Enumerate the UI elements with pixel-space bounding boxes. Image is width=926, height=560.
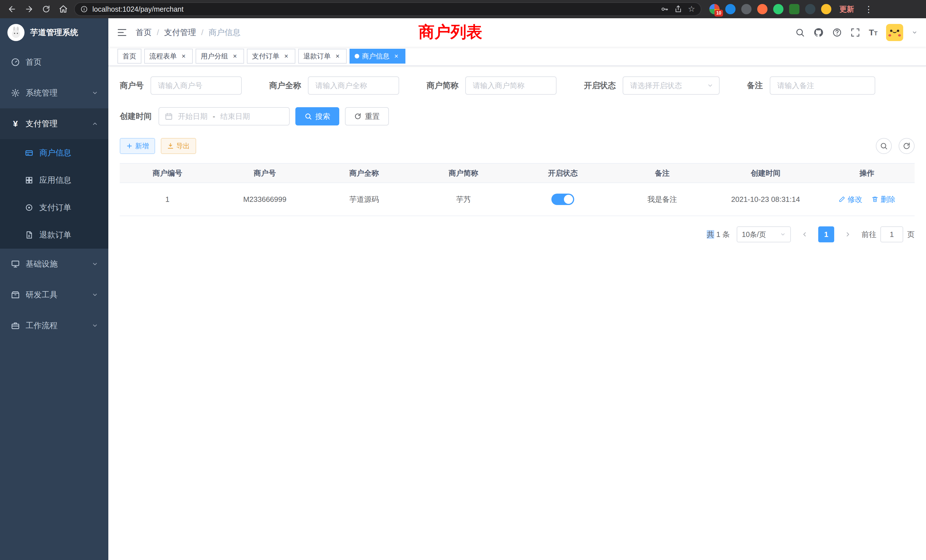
user-menu-caret-icon[interactable] — [912, 30, 917, 35]
tab-user-group[interactable]: 用户分组 × — [195, 49, 244, 64]
page-content: 商户号 商户全称 商户简称 开启状态 请选择开启状态 — [108, 66, 926, 560]
tab-merchant-info[interactable]: 商户信息 × — [350, 49, 406, 64]
add-button[interactable]: 新增 — [120, 138, 155, 154]
sidebar: 芋道管理系统 首页 系统管理 — [0, 18, 108, 560]
extension-paw-icon[interactable] — [805, 4, 816, 14]
status-select[interactable]: 请选择开启状态 — [623, 76, 720, 95]
sidebar-item-label: 退款订单 — [39, 230, 71, 241]
tab-close-icon[interactable]: × — [334, 52, 342, 60]
sidebar-item-refund-order[interactable]: 退款订单 — [0, 221, 108, 249]
fullscreen-icon[interactable] — [850, 28, 860, 37]
create-time-label: 创建时间 — [120, 111, 152, 122]
sidebar-item-infrastructure[interactable]: 基础设施 — [0, 249, 108, 279]
breadcrumb: 首页 / 支付管理 / 商户信息 — [136, 27, 241, 38]
tab-home[interactable]: 首页 — [118, 49, 141, 64]
navbar-actions: TT — [795, 24, 926, 41]
tab-label: 商户信息 — [362, 51, 389, 61]
extension-orange-icon[interactable] — [757, 4, 767, 14]
search-icon[interactable] — [795, 28, 805, 37]
font-size-icon[interactable]: TT — [869, 28, 878, 37]
tab-label: 支付订单 — [252, 51, 279, 61]
sidebar-toggle-icon[interactable] — [108, 27, 136, 38]
sidebar-item-system[interactable]: 系统管理 — [0, 77, 108, 108]
export-button-label: 导出 — [176, 141, 190, 151]
full-name-label: 商户全称 — [269, 80, 301, 91]
delete-link[interactable]: 删除 — [872, 194, 896, 204]
status-toggle[interactable] — [551, 194, 574, 205]
tab-label: 用户分组 — [201, 51, 228, 61]
edit-link[interactable]: 修改 — [838, 194, 862, 204]
merchant-no-input[interactable] — [151, 76, 242, 95]
sidebar-item-home[interactable]: 首页 — [0, 47, 108, 77]
card-icon — [24, 148, 34, 157]
full-name-input[interactable] — [308, 76, 399, 95]
chevron-down-icon — [92, 90, 98, 96]
sidebar-item-payment[interactable]: ¥ 支付管理 — [0, 108, 108, 139]
start-date-placeholder: 开始日期 — [178, 112, 207, 121]
extension-blue-icon[interactable] — [725, 4, 735, 14]
tab-close-icon[interactable]: × — [282, 52, 290, 60]
tab-pay-order[interactable]: 支付订单 × — [247, 49, 295, 64]
url-bar[interactable]: localhost:1024/pay/merchant ☆ — [74, 2, 701, 16]
prev-page-button[interactable] — [798, 226, 811, 242]
remark-input[interactable] — [770, 76, 875, 95]
user-avatar[interactable] — [886, 24, 903, 41]
export-button[interactable]: 导出 — [161, 138, 196, 154]
extension-grid-icon[interactable]: 10 — [709, 4, 720, 14]
edit-link-label: 修改 — [847, 194, 862, 204]
profile-avatar-icon[interactable] — [821, 4, 831, 14]
pagination-total: 共 1 条 — [707, 230, 730, 239]
breadcrumb-payment[interactable]: 支付管理 — [164, 27, 196, 38]
sidebar-item-dev-tools[interactable]: 研发工具 — [0, 279, 108, 310]
search-button[interactable]: 搜索 — [295, 107, 339, 126]
sidebar-logo[interactable]: 芋道管理系统 — [0, 18, 108, 47]
bookmark-star-icon[interactable]: ☆ — [688, 5, 695, 13]
filter-form-row-2: 创建时间 开始日期 - 结束日期 搜索 — [120, 107, 915, 138]
github-icon[interactable] — [813, 27, 824, 38]
share-icon[interactable] — [674, 5, 682, 13]
toggle-search-icon-button[interactable] — [876, 138, 892, 154]
tab-label: 首页 — [123, 51, 136, 61]
extension-green-icon[interactable] — [773, 4, 784, 14]
sidebar-item-merchant-info[interactable]: 商户信息 — [0, 139, 108, 166]
url-text: localhost:1024/pay/merchant — [92, 5, 184, 14]
chevron-down-icon — [92, 322, 98, 329]
grid-icon — [24, 176, 34, 185]
extension-doc-icon[interactable] — [789, 4, 799, 14]
breadcrumb-home[interactable]: 首页 — [136, 27, 152, 38]
sidebar-item-app-info[interactable]: 应用信息 — [0, 166, 108, 194]
forward-icon[interactable] — [23, 3, 35, 15]
reload-icon[interactable] — [40, 3, 53, 15]
current-page-button[interactable]: 1 — [818, 226, 834, 242]
end-date-placeholder: 结束日期 — [220, 112, 250, 121]
tab-close-icon[interactable]: × — [231, 52, 239, 60]
create-time-range-picker[interactable]: 开始日期 - 结束日期 — [159, 107, 290, 126]
calendar-icon — [165, 112, 173, 120]
short-name-input[interactable] — [465, 76, 557, 95]
help-icon[interactable] — [832, 28, 842, 37]
reset-button[interactable]: 重置 — [345, 107, 389, 126]
extension-gray-icon[interactable] — [741, 4, 752, 14]
browser-toolbar: localhost:1024/pay/merchant ☆ 10 更新 ⋮ — [0, 0, 926, 18]
tab-close-icon[interactable]: × — [392, 52, 400, 60]
next-page-button[interactable] — [841, 226, 855, 242]
sidebar-item-pay-order[interactable]: 支付订单 — [0, 194, 108, 221]
tab-refund-order[interactable]: 退款订单 × — [298, 49, 346, 64]
col-merchant-no: 商户号 — [215, 163, 315, 183]
site-info-icon[interactable] — [80, 5, 88, 13]
breadcrumb-separator: / — [157, 28, 159, 37]
page-size-select[interactable]: 10条/页 — [737, 226, 791, 242]
chrome-update-button[interactable]: 更新 — [836, 4, 858, 14]
tab-process-form[interactable]: 流程表单 × — [144, 49, 193, 64]
refresh-icon-button[interactable] — [899, 138, 915, 154]
home-icon[interactable] — [57, 3, 70, 15]
status-select-placeholder: 请选择开启状态 — [630, 81, 682, 91]
cell-actions: 修改 删除 — [819, 183, 915, 216]
browser-menu-icon[interactable]: ⋮ — [862, 4, 875, 14]
sidebar-item-workflow[interactable]: 工作流程 — [0, 310, 108, 341]
tab-close-icon[interactable]: × — [180, 52, 188, 60]
sidebar-item-label: 首页 — [26, 57, 42, 68]
back-icon[interactable] — [6, 3, 18, 15]
goto-page-input[interactable] — [881, 226, 903, 242]
password-key-icon[interactable] — [661, 5, 669, 13]
